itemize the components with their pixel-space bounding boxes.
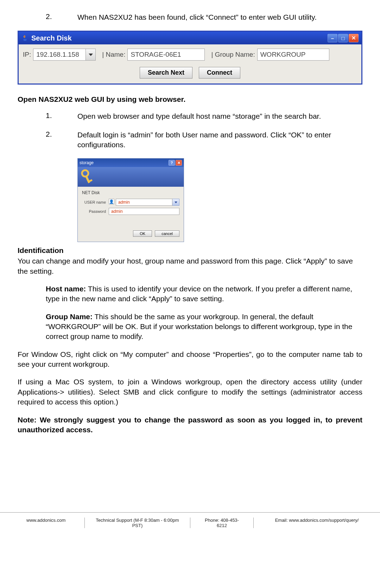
step-number: 2. [46, 12, 77, 22]
step-item: 2. When NAS2XU2 has been found, click “C… [46, 12, 362, 22]
cancel-button[interactable]: cancel [155, 230, 179, 237]
ip-dropdown-button[interactable] [86, 49, 96, 61]
help-button[interactable]: ? [169, 160, 175, 166]
close-button[interactable]: ✕ [349, 34, 359, 42]
host-name-label: Host name: [46, 285, 86, 293]
identification-intro: You can change and modify your host, gro… [18, 256, 362, 276]
group-name-label: Group Name: [46, 312, 93, 321]
group-field[interactable]: WORKGROUP [257, 49, 329, 61]
host-name-text: This is used to identify your device on … [46, 285, 352, 303]
maximize-button[interactable]: □ [338, 34, 348, 42]
step-number: 1. [46, 111, 77, 121]
java-icon [21, 35, 28, 42]
footer-site: www.addonics.com [0, 518, 84, 528]
windows-paragraph: For Window OS, right click on “My comput… [18, 349, 362, 370]
svg-rect-1 [85, 175, 90, 183]
step-item: 2. Default login is “admin” for both Use… [46, 130, 362, 150]
username-dropdown[interactable] [172, 199, 179, 206]
minimize-button[interactable]: – [328, 34, 337, 42]
search-next-button[interactable]: Search Next [140, 67, 192, 79]
login-dialog: storage ? ✕ NET Disk USER name 👤 admin [77, 158, 184, 242]
login-close-button[interactable]: ✕ [176, 160, 182, 166]
page-footer: www.addonics.com Technical Support (M-F … [0, 513, 380, 539]
user-label: USER name [82, 200, 109, 204]
group-label: | Group Name: [211, 51, 255, 58]
keys-icon [81, 169, 95, 186]
step-text: Open web browser and type default host n… [77, 111, 362, 121]
mac-paragraph: If using a Mac OS system, to join a Wind… [18, 377, 362, 407]
ip-label: IP: [23, 51, 31, 58]
identification-heading: Identification [18, 246, 362, 255]
step-item: 1. Open web browser and type default hos… [46, 111, 362, 121]
window-title: Search Disk [31, 34, 72, 42]
user-icon: 👤 [109, 199, 114, 204]
footer-email: Email: www.addonics.com/support/query/ [253, 518, 380, 528]
open-heading: Open NAS2XU2 web GUI by using web browse… [18, 95, 362, 104]
step-number: 2. [46, 130, 77, 150]
footer-support: Technical Support (M-F 8:30am - 6:00pm P… [84, 518, 190, 528]
host-name-paragraph: Host name: This is used to identify your… [46, 284, 362, 304]
note-paragraph: Note: We strongly suggest you to change … [18, 415, 362, 435]
ip-field[interactable]: 192.168.1.158 [33, 49, 86, 61]
login-title: storage [80, 160, 94, 165]
ok-button[interactable]: OK [133, 230, 152, 237]
window-titlebar: Search Disk – □ ✕ [19, 32, 361, 44]
login-section: NET Disk [82, 190, 179, 195]
step-text: Default login is “admin” for both User n… [77, 130, 362, 150]
password-field[interactable]: admin [109, 208, 179, 215]
name-field[interactable]: STORAGE-06E1 [127, 49, 205, 61]
password-label: Password [82, 209, 109, 213]
group-name-paragraph: Group Name: This should be the same as y… [46, 312, 362, 342]
name-label: | Name: [102, 51, 125, 58]
search-disk-window: Search Disk – □ ✕ IP: 192.168.1.158 | Na… [18, 31, 362, 85]
step-text: When NAS2XU2 has been found, click “Conn… [77, 12, 362, 22]
svg-point-0 [82, 170, 88, 177]
connect-button[interactable]: Connect [199, 67, 240, 79]
username-field[interactable]: admin [116, 199, 172, 206]
footer-phone: Phone: 408-453-6212 [190, 518, 253, 528]
